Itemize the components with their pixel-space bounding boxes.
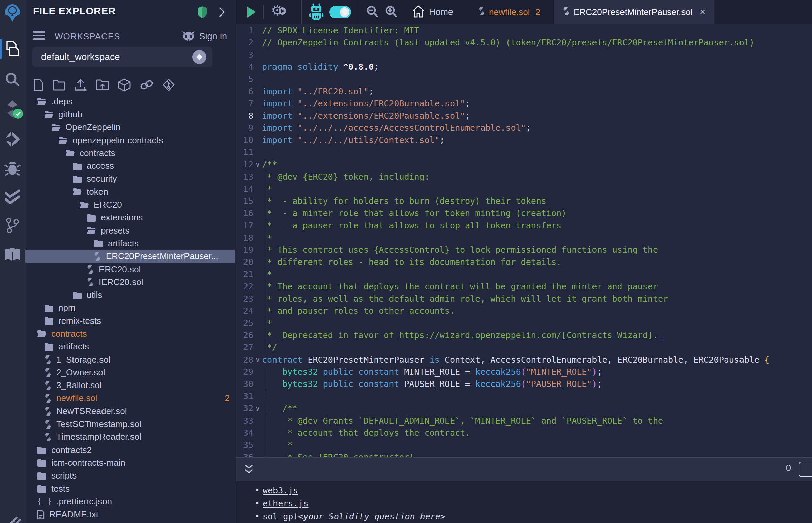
tree-folder-scripts[interactable]: scripts (25, 469, 235, 482)
tree-file--prettierrc-json[interactable]: { }.prettierrc.json (25, 495, 235, 508)
terminal-search-box[interactable] (798, 462, 812, 477)
tree-folder-icm-contracts-main[interactable]: icm-contracts-main (25, 456, 235, 469)
tree-folder-security[interactable]: security (25, 173, 235, 185)
zoom-out-icon[interactable] (366, 5, 379, 20)
code-line-12[interactable]: 12∨/** (236, 158, 812, 170)
code-line-33[interactable]: 33 * @dev Grants `DEFAULT_ADMIN_ROLE`, `… (236, 414, 812, 427)
collapse-panel-chevron-icon[interactable] (219, 7, 225, 19)
clone-git-icon[interactable] (162, 78, 175, 91)
code-line-20[interactable]: 20 * different roles - head to its docum… (236, 256, 812, 268)
tree-file-1-storage-sol[interactable]: 1_Storage.sol (25, 353, 235, 366)
copilot-toggle[interactable] (330, 6, 351, 18)
tree-file-2-owner-sol[interactable]: 2_Owner.sol (25, 366, 235, 379)
code-line-13[interactable]: 13 * @dev {ERC20} token, including: (236, 170, 812, 183)
upload-file-icon[interactable] (74, 78, 87, 91)
code-line-34[interactable]: 34 * account that deploys the contract. (236, 427, 812, 439)
code-line-31[interactable]: 31 (236, 390, 812, 402)
solidity-compiler-icon[interactable] (0, 100, 25, 118)
tree-folder-erc20[interactable]: ERC20 (25, 198, 235, 211)
unit-testing-icon[interactable] (0, 190, 25, 205)
tree-folder-github[interactable]: github (25, 108, 235, 121)
tab-newfile-sol[interactable]: newfile.sol2 (478, 0, 554, 24)
code-line-27[interactable]: 27 */ (236, 341, 812, 354)
github-sign-in[interactable]: Sign in (182, 31, 227, 42)
code-line-5[interactable]: 5 (236, 73, 812, 85)
home-icon[interactable] (412, 5, 425, 19)
tree-folder-artifacts[interactable]: artifacts (25, 237, 235, 250)
tree-file-newfile-sol[interactable]: newfile.sol2 (25, 392, 235, 405)
code-line-6[interactable]: 6import "../ERC20.sol"; (236, 85, 812, 97)
code-line-23[interactable]: 23 * roles, as well as the default admin… (236, 292, 812, 305)
code-line-11[interactable]: 11 (236, 146, 812, 158)
tree-folder-remix-tests[interactable]: remix-tests (25, 314, 235, 327)
import-link-icon[interactable] (140, 79, 154, 91)
run-script-play-icon[interactable] (247, 7, 256, 18)
workspaces-menu-icon[interactable] (33, 31, 45, 42)
code-line-8[interactable]: 8import "../extensions/ERC20Pausable.sol… (236, 109, 812, 122)
code-line-36[interactable]: 36 * See {ERC20-constructor}. (236, 451, 812, 457)
fold-chevron-icon[interactable]: ∨ (253, 356, 262, 364)
code-line-24[interactable]: 24 * and pauser roles to other accounts. (236, 305, 812, 317)
code-line-14[interactable]: 14 * (236, 183, 812, 195)
tree-folder-presets[interactable]: presets (25, 224, 235, 237)
tree-folder-openzeppelin[interactable]: OpenZeppelin (25, 121, 235, 134)
code-line-17[interactable]: 17 * - a pauser role that allows to stop… (236, 219, 812, 232)
workspace-select[interactable]: default_workspace (32, 47, 212, 67)
terminal-collapse-icon[interactable] (244, 463, 254, 477)
tree-file-erc20-sol[interactable]: ERC20.sol (25, 263, 235, 276)
tab-close-icon[interactable]: × (700, 7, 705, 18)
tree-folder-artifacts[interactable]: artifacts (25, 340, 235, 353)
load-cube-icon[interactable] (118, 78, 131, 92)
tree-file-newtsreader-sol[interactable]: NewTSReader.sol (25, 405, 235, 417)
fold-chevron-icon[interactable]: ∨ (253, 404, 262, 413)
terminal-link[interactable]: web3.js (263, 486, 298, 495)
plugin-manager-icon[interactable] (0, 513, 25, 523)
code-line-25[interactable]: 25 * (236, 317, 812, 329)
home-tab-label[interactable]: Home (429, 7, 453, 18)
tree-folder--deps[interactable]: .deps (25, 95, 235, 108)
debugger-icon[interactable] (0, 160, 25, 177)
tree-folder-token[interactable]: token (25, 185, 235, 198)
new-file-icon[interactable] (33, 78, 44, 91)
code-line-22[interactable]: 22 * The account that deploys the contra… (236, 281, 812, 292)
code-editor[interactable]: 1// SPDX-License-Identifier: MIT2// Open… (236, 24, 812, 457)
code-line-3[interactable]: 3 (236, 49, 812, 61)
terminal-output[interactable]: Type the library name to see available c… (236, 481, 812, 523)
fold-chevron-icon[interactable]: ∨ (253, 160, 262, 168)
tree-folder-extensions[interactable]: extensions (25, 211, 235, 224)
code-line-26[interactable]: 26 * _Deprecated in favor of https://wiz… (236, 329, 812, 341)
code-line-21[interactable]: 21 * (236, 268, 812, 281)
code-line-9[interactable]: 9import "../../../access/AccessControlEn… (236, 122, 812, 134)
upload-folder-icon[interactable] (96, 79, 109, 91)
code-line-35[interactable]: 35 * (236, 439, 812, 451)
git-icon[interactable] (0, 217, 25, 234)
tree-folder-access[interactable]: access (25, 159, 235, 172)
code-line-4[interactable]: 4pragma solidity ^0.8.0; (236, 61, 812, 73)
tree-folder-contracts[interactable]: contracts (25, 327, 235, 340)
file-explorer-icon[interactable] (0, 40, 25, 58)
code-line-18[interactable]: 18 * (236, 232, 812, 244)
learneth-book-icon[interactable] (0, 247, 25, 262)
code-line-7[interactable]: 7import "../extensions/ERC20Burnable.sol… (236, 97, 812, 109)
code-line-15[interactable]: 15 * - ability for holders to burn (dest… (236, 195, 812, 207)
search-icon[interactable] (0, 71, 25, 88)
code-line-30[interactable]: 30 bytes32 public constant PAUSER_ROLE =… (236, 378, 812, 390)
tree-file-timestampreader-sol[interactable]: TimestampReader.sol (25, 431, 235, 444)
tree-folder-contracts2[interactable]: contracts2 (25, 444, 235, 456)
tree-folder-tests[interactable]: tests (25, 482, 235, 495)
remix-logo-icon[interactable] (0, 3, 25, 22)
deploy-run-icon[interactable] (0, 131, 25, 148)
tab-erc20presetminterpauser-sol[interactable]: ERC20PresetMinterPauser.sol× (554, 0, 714, 24)
tree-file-ierc20-sol[interactable]: IERC20.sol (25, 276, 235, 288)
tree-folder-openzeppelin-contracts[interactable]: openzeppelin-contracts (25, 134, 235, 147)
code-line-2[interactable]: 2// OpenZeppelin Contracts (last updated… (236, 36, 812, 49)
tree-folder-utils[interactable]: utils (25, 288, 235, 301)
code-line-32[interactable]: 32∨ /** (236, 402, 812, 414)
tree-file-readme-txt[interactable]: README.txt (25, 508, 235, 521)
tree-folder-npm[interactable]: npm (25, 302, 235, 314)
code-line-19[interactable]: 19 * This contract uses {AccessControl} … (236, 244, 812, 256)
run-settings-gears-icon[interactable]: ⚙ (271, 4, 289, 20)
tree-file-testsctimestamp-sol[interactable]: TestSCTimestamp.sol (25, 417, 235, 430)
zoom-in-icon[interactable] (384, 5, 398, 20)
ai-copilot-robot-icon[interactable] (309, 3, 323, 21)
